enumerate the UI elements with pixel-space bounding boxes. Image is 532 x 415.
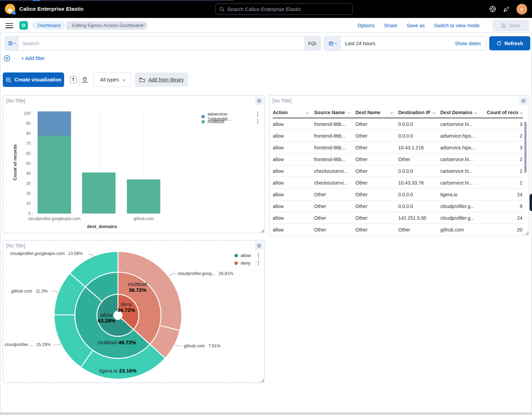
table-header-row: ActionSource NameDest NameDestination IP… xyxy=(273,107,523,118)
add-map-button[interactable] xyxy=(79,72,90,87)
table-cell: allow xyxy=(273,180,314,186)
menu-icon[interactable] xyxy=(6,23,13,28)
table-row[interactable]: allowfrontend-86b...OtherOthercartservic… xyxy=(273,154,523,165)
table-cell: Other xyxy=(314,192,355,197)
table-cell: 24 xyxy=(482,192,523,197)
y-axis-tick-label: 70 xyxy=(20,141,31,146)
add-from-library-button[interactable]: Add from library xyxy=(135,72,188,87)
table-row[interactable]: allowcheckoutservi...Other10.43.33.76car… xyxy=(273,177,523,189)
table-cell: 0.0.0.0 xyxy=(398,168,440,174)
table-scrollbar[interactable] xyxy=(524,122,526,173)
sort-chevron-icon xyxy=(520,111,523,114)
bar-segment-multitool[interactable] xyxy=(82,172,116,214)
refresh-button[interactable]: Refresh xyxy=(489,36,530,50)
save-as-button[interactable]: Save as xyxy=(406,23,424,28)
query-bar: Search KQL Last 24 hours Show dates Refr… xyxy=(0,36,532,50)
legend-dot-icon xyxy=(234,254,238,257)
panel-settings-gear-icon[interactable]: ⚙ xyxy=(255,97,263,105)
table-row[interactable]: allowOtherOther0.0.0.0tigera.io24 xyxy=(273,189,523,200)
table-row[interactable]: allowfrontend-86b...Other10.43.1.216adse… xyxy=(273,142,523,154)
panel-resize-handle[interactable] xyxy=(261,229,264,232)
table-row[interactable]: allowcheckoutservi...Other0.0.0.0cartser… xyxy=(273,165,523,177)
table-cell: checkoutservi... xyxy=(314,180,355,186)
sunburst-slice-label: deny36.72% xyxy=(118,301,135,313)
table-row[interactable]: allowOtherOtherOthergithub.com20 xyxy=(273,224,523,236)
table-cell: Other xyxy=(314,204,355,209)
bar-segment-adservice-7d8b8d89-[interactable] xyxy=(38,111,71,136)
column-header[interactable]: Action xyxy=(273,110,314,115)
panel-resize-handle[interactable] xyxy=(261,379,264,382)
table-cell: Other xyxy=(355,168,398,174)
table-row[interactable]: allowfrontend-86b...Other0.0.0.0adservic… xyxy=(273,130,523,142)
column-header[interactable]: Count of reco xyxy=(482,110,523,115)
legend-item[interactable]: deny xyxy=(234,260,250,266)
table-cell: 2 xyxy=(482,133,523,139)
all-types-dropdown[interactable]: All types xyxy=(93,72,131,87)
table-row[interactable]: allowOtherOther142.251.5.95cloudprofiler… xyxy=(273,212,523,224)
saved-query-menu-button[interactable] xyxy=(5,37,18,50)
y-axis-tick xyxy=(32,194,34,194)
table-cell: 0.0.0.0 xyxy=(398,204,440,209)
sort-chevron-icon xyxy=(432,111,435,114)
column-header[interactable]: Source Name xyxy=(314,110,355,115)
legend-actions-icon[interactable] xyxy=(258,253,259,254)
user-avatar[interactable]: e xyxy=(516,4,527,14)
table-cell: Other xyxy=(314,215,355,221)
table-cell: Other xyxy=(355,133,398,139)
bar-segment-multitool[interactable] xyxy=(38,136,71,214)
panel-settings-gear-icon[interactable]: ⚙ xyxy=(519,97,528,105)
bar-segment-multitool[interactable] xyxy=(127,179,160,214)
create-visualization-button[interactable]: Create visualization xyxy=(3,72,64,87)
share-button[interactable]: Share xyxy=(384,23,398,28)
options-button[interactable]: Options xyxy=(358,23,375,28)
saved-query-icon xyxy=(8,41,13,46)
table-cell: 142.251.5.95 xyxy=(398,215,440,221)
sunburst-slice-label: allow63.28% xyxy=(98,312,116,324)
calendar-icon xyxy=(329,41,333,46)
edit-title-icon[interactable]: ✓ xyxy=(141,22,146,28)
legend-actions-icon[interactable] xyxy=(257,112,258,113)
column-header[interactable]: Dest Name xyxy=(355,110,398,115)
table-cell: Other xyxy=(398,227,440,233)
collapsed-flyout-tab[interactable] xyxy=(530,194,532,211)
column-header[interactable]: Destination IP xyxy=(398,110,440,115)
table-cell: 0.0.0.0 xyxy=(398,192,440,197)
add-text-button[interactable]: T xyxy=(68,72,79,87)
table-cell: Other xyxy=(355,204,398,209)
sunburst-slice-label: multitool36.72% xyxy=(128,281,147,293)
table-row[interactable]: allowfrontend-86b...Other0.0.0.0cartserv… xyxy=(273,118,523,130)
kql-language-button[interactable]: KQL xyxy=(304,37,320,50)
sunburst-callout-label: cloudprofiler....15.25% xyxy=(4,342,51,347)
global-search-placeholder: Search Calico Enterprise Elastic xyxy=(227,6,301,12)
space-avatar[interactable]: D xyxy=(19,21,28,30)
table-cell: 2 xyxy=(482,157,523,162)
kql-search-input[interactable]: Search xyxy=(18,37,304,50)
breadcrumb-dashboard[interactable]: Dashboard xyxy=(32,21,66,30)
table-cell: 10.43.33.76 xyxy=(398,180,440,186)
show-dates-button[interactable]: Show dates xyxy=(450,37,486,50)
y-axis-tick-label: 10 xyxy=(20,201,31,206)
news-feed-icon[interactable] xyxy=(503,5,510,13)
panel-resize-handle[interactable] xyxy=(525,231,528,235)
time-range-value[interactable]: Last 24 hours xyxy=(340,37,450,50)
legend-item[interactable]: multitool xyxy=(201,119,224,124)
legend-item[interactable]: allow xyxy=(234,253,251,258)
date-picker-menu-button[interactable] xyxy=(324,37,340,50)
callout-leader-line xyxy=(53,344,61,345)
save-button[interactable]: Save xyxy=(492,20,529,31)
legend-actions-icon[interactable] xyxy=(258,261,259,262)
legend-actions-icon[interactable] xyxy=(257,119,258,120)
column-header[interactable]: Dest Domains xyxy=(440,110,482,115)
switch-to-view-mode-button[interactable]: Switch to view mode xyxy=(434,23,480,28)
table-cell: cartservice.hi... xyxy=(440,121,482,127)
help-icon[interactable] xyxy=(489,5,496,13)
add-filter-button[interactable]: + Add filter xyxy=(21,56,45,61)
legend-label: deny xyxy=(241,260,250,266)
table-cell: cartservice.hi... xyxy=(440,180,482,186)
filter-icon[interactable] xyxy=(3,55,10,62)
table-cell: allow xyxy=(273,192,314,197)
y-axis-tick-label: 100 xyxy=(20,111,31,116)
table-row[interactable]: allowOtherOther0.0.0.0cloudprofiler.g...… xyxy=(273,200,523,212)
table-cell: allow xyxy=(273,204,314,209)
global-search-input[interactable]: Search Calico Enterprise Elastic xyxy=(215,3,353,15)
